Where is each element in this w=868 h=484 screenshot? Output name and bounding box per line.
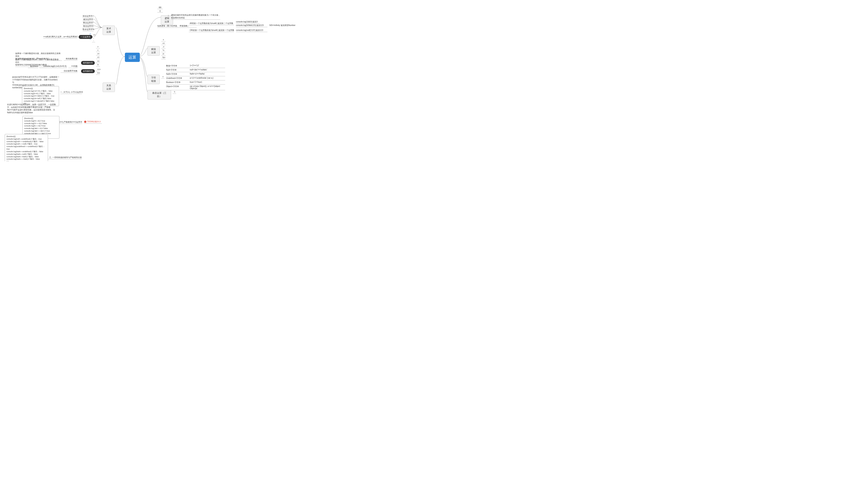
- branch-ternary[interactable]: 条目运算（三目）: [148, 90, 171, 99]
- arith-op-1: 减法运算符-: [83, 18, 94, 21]
- ternary-op: ?:: [173, 91, 176, 94]
- cmp-op-0: >: [96, 45, 100, 49]
- assign-2: -=: [161, 45, 165, 49]
- eq-convert: 先转换再比较: [64, 57, 78, 61]
- cmp-op-3: <=: [96, 56, 100, 59]
- short-or-rule: · OR的第一个运算数的值为true时,返回第一个运算数: [189, 29, 234, 32]
- eq-issue-ex: console.log(0.1+0.2==0.3);: [39, 64, 67, 68]
- assign-1: +=: [161, 42, 165, 45]
- sec1-title: 一. 大于(>), 小于(<)运算符: [60, 90, 82, 94]
- logic-or: ||: [157, 9, 163, 12]
- assign-5: %=: [161, 56, 165, 59]
- short-and-ex2: console.log(5/0&&123);返回123: [236, 24, 268, 27]
- eq-issue: ==问题: [68, 64, 78, 68]
- short-or-ex: console.log(null||'123');返回123: [236, 29, 268, 32]
- concat-row: Undefined+字符串a+'a'=='undefineda' (var a;…: [166, 76, 225, 80]
- arith-op-0: 加法运算符+: [83, 14, 94, 18]
- sec2-desc: 在进行相等(==)运算比较时，如果一边是字符，一边是数 字，会先将字符串转换成数…: [7, 103, 56, 114]
- unary-title[interactable]: 一元运算符: [79, 35, 92, 39]
- arith-op-2: 乘法运算符*: [83, 21, 94, 25]
- sec3-code: (function(){ console.log(null==undefined…: [5, 134, 48, 161]
- root-node[interactable]: 运算: [125, 53, 140, 62]
- unary-op-1: --: [92, 37, 95, 42]
- branch-concat[interactable]: 字符链接: [148, 75, 160, 84]
- cmp-op-2: >=: [96, 52, 100, 56]
- concat-row: Object+字符串var o=new Object(); o+'a'=='[o…: [166, 85, 225, 90]
- cmp-op-1: <: [96, 49, 100, 52]
- arith-op-4: 取余运算符%: [83, 28, 94, 31]
- concat-rows: 数值+字符串1+'2'=='12' Null+字符串null+'abc'=='n…: [166, 64, 225, 90]
- branch-assign[interactable]: 赋值运算: [148, 46, 160, 56]
- assign-0: =: [161, 38, 165, 41]
- strict-op-0: ===: [96, 68, 100, 71]
- logic-and: &&: [157, 6, 163, 9]
- concat-row: Null+字符串null+'abc'=='nullabc': [166, 68, 225, 72]
- concat-row: Boolean+字符串true+'1'='true1: [166, 80, 225, 85]
- priority-compare: 字符串比较大小: [84, 120, 102, 124]
- concat-plus: +: [161, 75, 164, 78]
- short-and-ex1: console.log(1&&3);返回3: [236, 20, 259, 24]
- unary-note: ++a先加1再代入运算，a++先运算再加1: [43, 35, 77, 38]
- unary-op-0: ++: [92, 33, 95, 37]
- eq-issue-ret: 返回false: [28, 64, 38, 68]
- eq-op-0: ==: [96, 60, 100, 63]
- logic-not-desc: 逻辑非操作符首先会将它的操作数据转换为一个布尔值， 然后再对其求反: [171, 14, 220, 20]
- branch-rel[interactable]: 关系运算: [103, 83, 115, 92]
- short-and-ex2-note: 5/0==infinity 返回类型Number: [270, 24, 296, 27]
- eq-op-1: !=: [96, 63, 100, 66]
- branch-arith[interactable]: 算术运算: [103, 26, 115, 35]
- strict-title[interactable]: 全等操作符: [81, 69, 95, 73]
- assign-3: *=: [161, 49, 165, 52]
- assign-4: /=: [161, 53, 165, 56]
- arith-op-3: 除法运算符/: [83, 24, 94, 28]
- eq-title[interactable]: 相等操作符: [81, 61, 95, 65]
- short-and-rule: · AND的一个运算数的值为true时,返回第二个运算数: [189, 22, 234, 25]
- concat-row: NaN+字符串NaN+'a'=='NaNa': [166, 72, 225, 76]
- logic-not-label: !: [167, 15, 169, 17]
- strict-note: 仅比较而不转换: [61, 69, 78, 73]
- strict-op-1: !==: [96, 71, 100, 75]
- concat-row: 数值+字符串1+'2'=='12': [166, 64, 225, 68]
- sec3-title: 三. 一些特殊值的相等与严格相等比较: [46, 156, 82, 159]
